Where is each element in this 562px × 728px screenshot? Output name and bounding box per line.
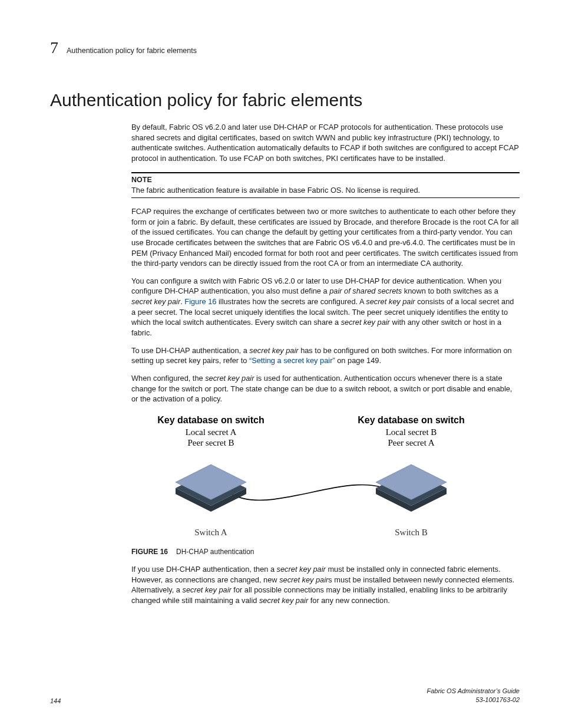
text: To use DH-CHAP authentication, a	[131, 346, 249, 355]
text: If you use DH-CHAP authentication, then …	[131, 565, 277, 574]
text-italic: secret key pair	[205, 374, 254, 383]
intro-paragraph: By default, Fabric OS v6.2.0 and later u…	[131, 122, 520, 164]
page-title: Authentication policy for fabric element…	[50, 90, 520, 110]
switch-a-icon	[176, 465, 246, 512]
page: 7 Authentication policy for fabric eleme…	[0, 0, 562, 728]
use-paragraph: To use DH-CHAP authentication, a secret …	[131, 345, 520, 366]
figure-16: Key database on switch Local secret A Pe…	[131, 411, 520, 544]
body-column: By default, Fabric OS v6.2.0 and later u…	[131, 122, 520, 606]
figure-link[interactable]: Figure 16	[184, 297, 216, 306]
switch-a-label: Switch A	[194, 528, 227, 537]
text-italic: secret key pair	[341, 318, 390, 327]
text-italic: pair of shared secrets	[329, 286, 402, 295]
note-label: NOTE	[131, 176, 520, 184]
guide-name: Fabric OS Administrator’s Guide	[427, 687, 520, 696]
page-number: 144	[50, 697, 61, 704]
text-italic: secret key pair	[183, 585, 232, 594]
fcap-paragraph: FCAP requires the exchange of certificat…	[131, 206, 520, 269]
dhchap-paragraph: You can configure a switch with Fabric O…	[131, 276, 520, 338]
chapter-number: 7	[50, 38, 58, 57]
page-header: 7 Authentication policy for fabric eleme…	[50, 38, 520, 57]
right-db-line2: Peer secret A	[388, 438, 434, 447]
figure-caption-row: FIGURE 16DH-CHAP authentication	[131, 548, 520, 556]
right-db-line1: Local secret B	[386, 427, 437, 437]
left-db-title: Key database on switch	[157, 415, 264, 425]
after-figure-paragraph: If you use DH-CHAP authentication, then …	[131, 564, 520, 606]
text-italic: secret key pair	[279, 575, 328, 584]
running-head: Authentication policy for fabric element…	[67, 47, 197, 55]
text: illustrates how the secrets are configur…	[216, 297, 366, 306]
text: on page 149.	[335, 356, 381, 365]
page-footer: 144 Fabric OS Administrator’s Guide 53-1…	[50, 687, 520, 704]
text-italic: secret key pair	[259, 596, 308, 605]
note-rule-top	[131, 172, 520, 173]
xref-link[interactable]: “Setting a secret key pair”	[249, 356, 335, 365]
footer-right: Fabric OS Administrator’s Guide 53-10017…	[427, 687, 520, 704]
right-db-title: Key database on switch	[358, 415, 464, 425]
text-italic: secret key pair	[131, 297, 180, 306]
configured-paragraph: When configured, the secret key pair is …	[131, 373, 520, 404]
switch-b-icon	[376, 465, 447, 512]
text: known to both switches as a	[402, 286, 498, 295]
diagram-svg: Key database on switch Local secret A Pe…	[131, 411, 508, 544]
left-db-line1: Local secret A	[186, 427, 237, 437]
note-rule-bottom	[131, 197, 520, 198]
text-italic: secret key pair	[249, 346, 298, 355]
figure-caption: DH-CHAP authentication	[176, 548, 254, 556]
text: When configured, the	[131, 374, 205, 383]
figure-label: FIGURE 16	[131, 548, 168, 556]
text: for any new connection.	[308, 596, 390, 605]
switch-b-label: Switch B	[395, 528, 427, 537]
text-italic: secret key pair	[366, 297, 415, 306]
doc-number: 53-1001763-02	[427, 696, 520, 704]
cable-icon	[232, 485, 396, 500]
text-italic: secret key pair	[277, 565, 326, 574]
note-body: The fabric authentication feature is ava…	[131, 185, 520, 195]
left-db-line2: Peer secret B	[187, 438, 234, 447]
